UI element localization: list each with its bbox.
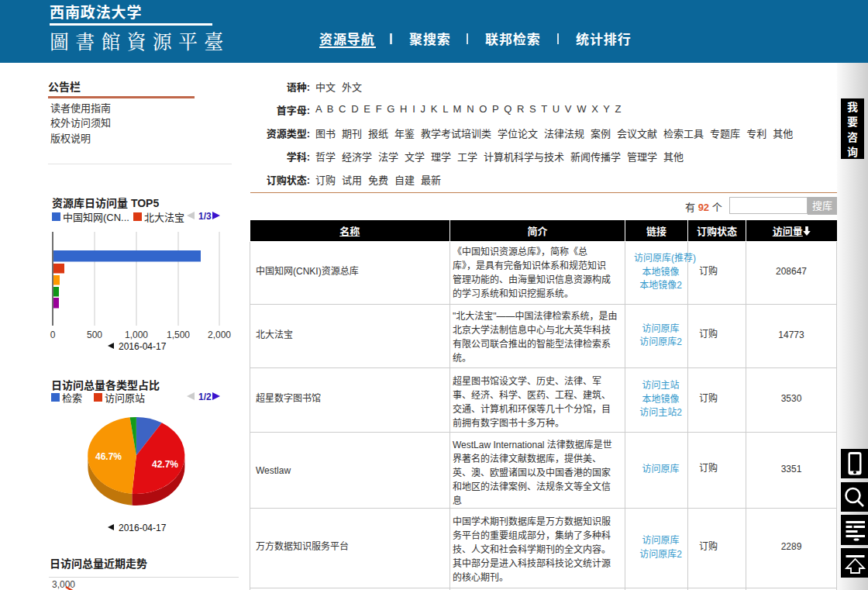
svg-text:0: 0 xyxy=(50,330,56,340)
svg-text:1,000: 1,000 xyxy=(125,330,148,340)
svg-text:500: 500 xyxy=(87,330,102,340)
svg-text:1,500: 1,500 xyxy=(167,330,190,340)
svg-text:46.7%: 46.7% xyxy=(95,451,122,462)
svg-text:2,000: 2,000 xyxy=(208,330,231,340)
svg-text:42.7%: 42.7% xyxy=(152,459,178,470)
